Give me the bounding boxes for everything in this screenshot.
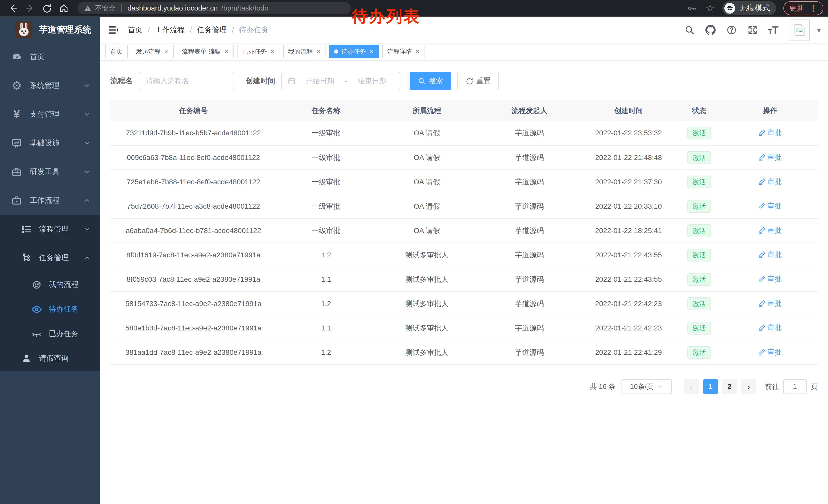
sidebar-item-workflow[interactable]: 工作流程 [0,186,100,215]
chevron-down-icon [83,139,91,147]
status-badge: 激活 [688,346,711,359]
breadcrumb-task-mgmt[interactable]: 任务管理 [197,25,227,35]
close-icon[interactable]: × [224,48,229,55]
password-key-icon[interactable] [688,4,697,13]
status-badge: 激活 [688,297,711,310]
app-logo[interactable]: 芋道管理系统 [0,17,100,43]
close-icon[interactable]: × [369,48,374,55]
browser-update-button[interactable]: 更新 ⋮ [783,1,823,15]
incognito-label: 无痕模式 [739,3,770,13]
incognito-badge: 无痕模式 [722,1,776,15]
avatar[interactable] [789,19,810,41]
tab-home[interactable]: 首页 [105,45,128,58]
refresh-icon [465,77,473,85]
edit-pencil-icon [758,227,765,234]
sidebar-item-leave-query[interactable]: 请假查询 [0,346,100,371]
tab-process-detail[interactable]: 流程详情× [382,45,425,58]
sidebar-item-payment[interactable]: ¥ 支付管理 [0,100,100,129]
close-icon[interactable]: × [415,48,420,55]
approve-link[interactable]: 审批 [758,226,782,235]
approve-link[interactable]: 审批 [758,274,782,284]
status-badge: 激活 [688,151,711,164]
approve-link[interactable]: 审批 [758,348,782,357]
approve-link[interactable]: 审批 [758,152,782,162]
sidebar-item-process-mgmt[interactable]: 流程管理 [0,215,100,243]
list-icon [21,224,32,235]
sidebar-item-my-process[interactable]: 我的流程 [0,272,100,297]
github-icon[interactable] [705,25,716,35]
sidebar-item-devtools[interactable]: 研发工具 [0,157,100,186]
sidebar-item-done-tasks[interactable]: 已办任务 [0,321,100,346]
close-icon[interactable]: × [316,48,321,55]
fullscreen-icon[interactable] [747,25,758,35]
page-button-1[interactable]: 1 [703,379,718,394]
caret-down-icon[interactable]: ▾ [817,26,821,35]
approve-link[interactable]: 审批 [758,177,782,187]
col-task-id: 任务编号 [110,100,277,121]
table-row: 069c6a63-7b8a-11ec-8ef0-acde48001122一级审批… [110,145,818,170]
tab-form-edit[interactable]: 流程表单-编辑× [177,45,234,58]
breadcrumb-workflow[interactable]: 工作流程 [155,25,185,35]
font-size-icon[interactable]: TT [768,26,779,35]
process-name-input[interactable] [139,72,234,90]
breadcrumb: 首页 / 工作流程 / 任务管理 / 待办任务 [128,25,269,35]
chevron-down-icon [83,225,91,233]
approve-link[interactable]: 审批 [758,128,782,138]
chevron-up-icon [83,197,91,204]
edit-pencil-icon [758,300,765,307]
back-icon[interactable] [8,3,18,13]
approve-link[interactable]: 审批 [758,299,782,308]
forward-icon[interactable] [25,3,35,13]
yen-icon: ¥ [11,108,23,120]
gear-icon: ⚙ [11,80,23,92]
tab-todo-tasks[interactable]: 待办任务× [329,45,379,58]
next-page-button[interactable]: › [741,379,756,394]
chevron-down-icon [83,110,91,118]
toolbox-icon [11,166,23,178]
approve-link[interactable]: 审批 [758,250,782,260]
page-button-2[interactable]: 2 [722,379,737,394]
sidebar-collapse-icon[interactable] [100,25,126,35]
bookmark-star-icon[interactable]: ☆ [705,3,715,13]
table-header-row: 任务编号 任务名称 所属流程 流程发起人 创建时间 状态 操作 [110,100,818,121]
date-range-picker[interactable]: 开始日期 - 结束日期 [281,72,401,90]
goto-page-input[interactable] [783,379,807,394]
active-dot-icon [334,49,338,54]
prev-page-button[interactable]: ‹ [684,379,699,394]
process-name-label: 流程名 [110,76,133,86]
home-icon[interactable] [59,3,69,13]
sidebar-item-task-mgmt[interactable]: 任务管理 [0,243,100,272]
search-button[interactable]: 搜索 [410,72,451,90]
eye-closed-icon [31,329,42,339]
approve-link[interactable]: 审批 [758,323,782,333]
search-icon[interactable] [684,25,695,35]
reset-button[interactable]: 重置 [457,72,499,90]
sidebar-item-home[interactable]: 首页 [0,43,100,71]
edit-pencil-icon [758,202,765,210]
tab-done-tasks[interactable]: 已办任务× [237,45,280,58]
close-icon[interactable]: × [270,48,275,55]
sidebar-item-todo-tasks[interactable]: 待办任务 [0,297,100,321]
sidebar-item-infrastructure[interactable]: 基础设施 [0,129,100,157]
approve-link[interactable]: 审批 [758,201,782,211]
help-icon[interactable] [726,25,737,35]
briefcase-icon [11,194,23,207]
create-time-label: 创建时间 [245,76,275,86]
breadcrumb-current: 待办任务 [239,25,269,35]
tab-start-process[interactable]: 发起流程× [131,45,174,58]
table-row: 381aa1dd-7ac8-11ec-a9e2-a2380e71991a1.2测… [110,340,818,365]
chevron-down-icon [83,82,91,89]
page-size-select[interactable]: 10条/页 [622,379,672,394]
address-bar[interactable]: 不安全 dashboard.yudao.iocoder.cn/bpm/task/… [78,2,351,14]
status-badge: 激活 [688,200,711,213]
breadcrumb-home[interactable]: 首页 [128,25,142,35]
sidebar-item-system[interactable]: ⚙ 系统管理 [0,71,100,100]
reload-icon[interactable] [42,3,52,13]
pagination: 共 16 条 10条/页 ‹ 1 2 › 前往 页 [110,379,818,394]
browser-menu-icon[interactable]: ⋮ [809,4,818,12]
edit-pencil-icon [758,276,765,283]
url-host: dashboard.yudao.iocoder.cn [127,4,218,12]
page-content: 流程名 创建时间 开始日期 - 结束日期 搜索 重置 [100,60,828,504]
close-icon[interactable]: × [164,48,169,55]
tab-my-process[interactable]: 我的流程× [283,45,326,58]
